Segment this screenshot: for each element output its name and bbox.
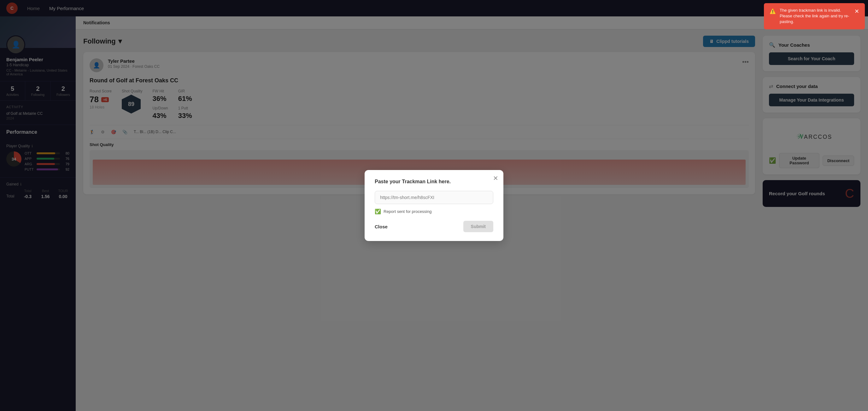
toast-message: The given trackman link is invalid. Plea… [780, 7, 851, 25]
modal-overlay: Paste your Trackman Link here. ✕ ✅ Repor… [0, 0, 868, 411]
modal-title: Paste your Trackman Link here. [375, 179, 493, 185]
modal-submit-button[interactable]: Submit [463, 221, 493, 232]
toast-close-button[interactable]: ✕ [855, 7, 859, 15]
trackman-modal: Paste your Trackman Link here. ✕ ✅ Repor… [365, 170, 503, 241]
success-icon: ✅ [375, 209, 381, 215]
trackman-link-input[interactable] [375, 191, 493, 204]
modal-success-message: ✅ Report sent for processing [375, 209, 493, 215]
error-toast: ⚠️ The given trackman link is invalid. P… [764, 3, 865, 29]
modal-close-x-button[interactable]: ✕ [493, 175, 498, 181]
warning-icon: ⚠️ [770, 8, 776, 15]
success-text: Report sent for processing [383, 209, 432, 214]
modal-actions: Close Submit [375, 221, 493, 232]
modal-close-button[interactable]: Close [375, 224, 388, 229]
